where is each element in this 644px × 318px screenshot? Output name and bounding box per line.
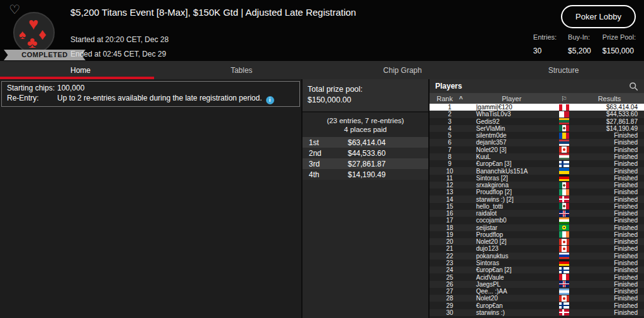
india-flag-icon: [559, 217, 569, 224]
player-result: Finished: [575, 302, 644, 309]
player-row[interactable]: 22pokanuktusFinished: [430, 253, 644, 260]
info-icon[interactable]: i: [266, 96, 274, 104]
uk-flag-icon: [559, 281, 569, 287]
player-row[interactable]: 11Sintoras [2]Finished: [430, 175, 644, 182]
player-row[interactable]: 19ProudflopFinished: [430, 231, 644, 238]
mexico-flag-icon: [559, 182, 569, 189]
player-rank: 19: [430, 231, 470, 238]
player-row[interactable]: 12srxakgironaFinished: [430, 182, 644, 189]
tab-structure[interactable]: Structure: [483, 61, 644, 79]
player-name: dejanlc357: [470, 139, 553, 146]
player-rank: 18: [430, 224, 470, 231]
player-rank: 21: [430, 245, 470, 252]
ireland-flag-icon: [559, 231, 569, 238]
player-row[interactable]: 8KuuLFinished: [430, 153, 644, 160]
player-rank: 11: [430, 175, 470, 182]
player-column-header[interactable]: Player: [470, 95, 553, 102]
prize-notes: (23 entries, 7 re-entries) 4 places paid: [303, 112, 428, 137]
player-row[interactable]: 10BananchikUs151AFinished: [430, 167, 644, 174]
player-result: Finished: [575, 217, 644, 224]
player-row[interactable]: 4SerVlaMin$14,190.49: [430, 125, 644, 132]
player-flag-cell: [553, 281, 575, 287]
payout-amount: $14,190.49: [348, 170, 386, 179]
player-flag-cell: [553, 231, 575, 238]
header-stat: Entries:30: [533, 33, 557, 55]
tab-tables[interactable]: Tables: [161, 61, 322, 79]
player-name: starwins :) [2]: [470, 196, 553, 203]
player-flag-cell: [553, 302, 575, 309]
header-stat: Buy-In:$5,200: [568, 33, 591, 55]
player-result: Finished: [575, 139, 644, 146]
player-row[interactable]: 6dejanlc357Finished: [430, 139, 644, 146]
player-row[interactable]: 1|gammi|€120$63,414.04: [430, 104, 644, 111]
payout-row: 4th$14,190.49: [303, 169, 428, 180]
player-row[interactable]: 13Proudflop [2]Finished: [430, 189, 644, 195]
player-result: Finished: [575, 203, 644, 210]
info-value: Up to 2 re-entries available during the …: [57, 93, 274, 104]
favorite-heart-icon[interactable]: ♡: [9, 3, 20, 16]
started-time: Started at 20:20 CET, Dec 28: [70, 35, 169, 44]
player-row[interactable]: 17cocojamb0Finished: [430, 217, 644, 224]
player-row[interactable]: 23SintorasFinished: [430, 260, 644, 266]
player-row[interactable]: 21dujo123Finished: [430, 245, 644, 252]
player-row[interactable]: 24€urop€an [2]Finished: [430, 266, 644, 273]
player-result: Finished: [575, 231, 644, 238]
player-row[interactable]: 25AcidVauleFinished: [430, 273, 644, 280]
player-result: Finished: [575, 253, 644, 260]
spade-suit-icon: ♠: [19, 28, 26, 41]
player-result: $44,533.60: [575, 111, 644, 118]
player-flag-cell: [553, 168, 575, 174]
player-name: €urop€an [3]: [470, 160, 553, 167]
player-row[interactable]: 5silentm0deFinished: [430, 132, 644, 139]
player-name: pokanuktus: [470, 253, 553, 260]
player-result: Finished: [575, 175, 644, 182]
tab-home[interactable]: Home: [0, 61, 161, 79]
player-result: Finished: [575, 160, 644, 167]
info-value: 100,000: [57, 83, 84, 93]
results-column-header[interactable]: Results: [575, 95, 644, 102]
player-row[interactable]: 29€urop€anFinished: [430, 302, 644, 309]
payout-place: 2nd: [303, 149, 348, 158]
mexico-flag-icon: [559, 203, 569, 209]
flag-column-header[interactable]: ⚐: [553, 95, 575, 103]
finland-flag-icon: [559, 267, 569, 273]
player-result: $63,414.04: [575, 104, 644, 111]
player-name: starwins :): [470, 309, 553, 316]
ukraine-flag-icon: [559, 168, 569, 174]
player-row[interactable]: 14starwins :) [2]Finished: [430, 195, 644, 202]
canada-flag-icon: [559, 295, 569, 302]
poker-lobby-button[interactable]: Poker Lobby: [561, 5, 636, 28]
search-icon[interactable]: [629, 82, 638, 91]
player-name: cocojamb0: [470, 217, 553, 224]
players-panel: Players Rank^ Player ⚐ Results 1|gammi|€…: [430, 79, 644, 318]
player-row[interactable]: 26JaegsPLFinished: [430, 281, 644, 288]
player-row[interactable]: 3Gedis92$27,861.87: [430, 118, 644, 125]
prize-pool-total: $150,000.00: [308, 95, 423, 106]
player-row[interactable]: 27Qee... :)AAFinished: [430, 288, 644, 295]
stat-label: Entries:: [533, 33, 557, 41]
finland-flag-icon: [559, 161, 569, 167]
player-row[interactable]: 15hello_tottiFinished: [430, 203, 644, 210]
lobby-tabbar: HomeTablesChip GraphStructure: [0, 61, 644, 79]
players-table-header: Rank^ Player ⚐ Results: [430, 94, 644, 104]
brazil-flag-icon: [559, 224, 569, 231]
player-rank: 8: [430, 153, 470, 160]
player-row[interactable]: 9€urop€an [3]Finished: [430, 160, 644, 167]
player-name: Sintoras: [470, 260, 553, 266]
player-row[interactable]: 16raidalotFinished: [430, 210, 644, 217]
rank-column-header[interactable]: Rank^: [430, 95, 470, 102]
player-result: Finished: [575, 210, 644, 217]
player-flag-cell: [553, 175, 575, 181]
player-row[interactable]: 18seijistarFinished: [430, 224, 644, 231]
tab-chip-graph[interactable]: Chip Graph: [322, 61, 483, 79]
info-label: Re-Entry:: [7, 93, 57, 103]
player-row[interactable]: 28Nolet20Finished: [430, 295, 644, 302]
player-row[interactable]: 30starwins :)Finished: [430, 309, 644, 316]
player-row[interactable]: 20Nolet20 [2]Finished: [430, 238, 644, 245]
payout-list: 1st$63,414.042nd$44,533.603rd$27,861.874…: [303, 137, 428, 180]
player-flag-cell: [553, 153, 575, 160]
player-rank: 27: [430, 288, 470, 295]
player-row[interactable]: 2WhaTisL0v3$44,533.60: [430, 111, 644, 118]
ireland-flag-icon: [559, 189, 569, 195]
player-row[interactable]: 7Nolet20 [3]Finished: [430, 146, 644, 153]
